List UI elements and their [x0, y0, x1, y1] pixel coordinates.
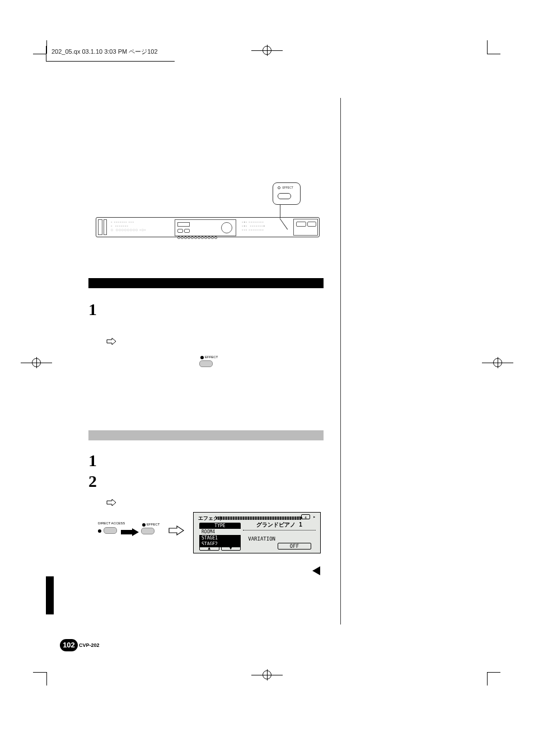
button-shape [141, 528, 154, 534]
effect-button-callout: EFFECT [273, 182, 301, 205]
crop-mark [33, 54, 46, 54]
section-subheader-bar [88, 430, 324, 440]
print-header: 202_05.qx 03.1.10 3:03 PM ページ102 [46, 46, 175, 62]
page-prev-icon: ◂ [297, 514, 300, 519]
lcd-list-item-selected: STAGE1 [199, 535, 241, 541]
effect-button-graphic: EFFECT [199, 355, 222, 370]
model-label: CVP-202 [79, 642, 100, 648]
registration-mark-bottom [251, 669, 283, 680]
effect-button-graphic: EFFECT [141, 523, 163, 538]
vertical-separator [340, 98, 341, 624]
led-icon [142, 523, 146, 527]
led-icon [98, 529, 101, 533]
effect-label: EFFECT [205, 355, 218, 359]
button-shape [199, 360, 213, 367]
arrow-right-outline-icon [168, 525, 185, 536]
keyboard-panel-diagram: ○ ○○○○○○○ ○○○○ ○○○○○○○▢ ▢▢▢▢▢▢▢▢ ○▢○ ○●○… [96, 217, 320, 237]
crop-mark [487, 672, 500, 673]
led-icon [278, 186, 280, 189]
lcd-down-button: ▼ [221, 545, 241, 551]
side-tab [46, 576, 54, 614]
lcd-variation-value: OFF [278, 543, 311, 550]
section-header-bar [88, 278, 324, 288]
button-shape [278, 193, 291, 199]
crop-mark [487, 40, 488, 54]
lcd-list-item: ROOM4 [199, 529, 241, 535]
page-number: 102 [60, 639, 78, 651]
lcd-title-decoration [216, 516, 302, 520]
arrow-right-icon [106, 498, 116, 505]
lcd-page-indicator: 4 [301, 514, 310, 519]
lcd-screenshot: エフェクト ◂ 4 ▸ TYPE ROOM4 STAGE1 STAGE2 ▲ ▼… [193, 512, 321, 553]
step-number-1: 1 [88, 300, 97, 319]
effect-label: EFFECT [282, 186, 293, 189]
step-number-1: 1 [88, 451, 97, 470]
page-next-icon: ▸ [313, 514, 316, 519]
lcd-type-header: TYPE [199, 523, 241, 529]
button-shape [104, 527, 117, 534]
crop-mark [487, 54, 500, 54]
crop-mark [33, 672, 46, 673]
callout-line [280, 205, 280, 218]
lcd-variation-label: VARIATION [248, 536, 275, 542]
arrow-right-icon [106, 337, 116, 344]
lcd-voice-name: グランドピアノ 1 [243, 521, 316, 530]
registration-mark-left [21, 357, 52, 368]
crop-mark [487, 672, 488, 685]
arrow-right-filled-icon [121, 528, 139, 536]
crop-mark [46, 672, 47, 685]
effect-label: EFFECT [147, 523, 160, 526]
step-number-2: 2 [88, 472, 97, 491]
lcd-up-button: ▲ [199, 545, 219, 551]
triangle-left-icon [312, 566, 320, 575]
registration-mark-right [482, 357, 513, 368]
direct-access-label: DIRECT ACCESS [98, 522, 125, 525]
led-icon [200, 356, 204, 359]
registration-mark-top [251, 45, 283, 56]
